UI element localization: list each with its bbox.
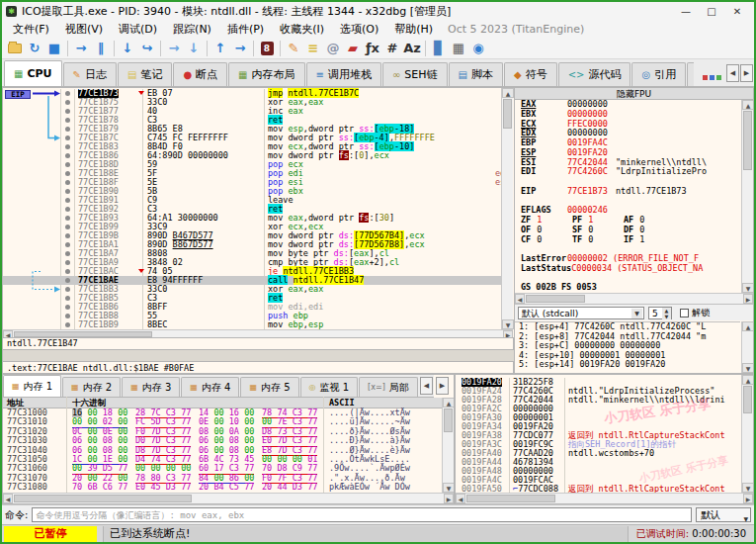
jump-arrows <box>3 89 66 329</box>
hide-fpu-button[interactable]: 隐藏FPU <box>515 88 753 100</box>
memory-dump-pane[interactable]: ▦内存 1▦内存 2▦内存 3▦内存 4▦内存 5◎监视 1[x=]局部 ◀ ▶… <box>2 374 455 504</box>
disasm-vscrollbar[interactable]: ▲ ▼ <box>501 88 513 329</box>
open-file-icon[interactable] <box>5 40 25 57</box>
seh-chain-icon[interactable]: 8 <box>257 40 277 57</box>
unlock-checkbox[interactable] <box>680 309 689 317</box>
token: cl <box>389 257 399 267</box>
memtab-内存2[interactable]: ▦内存 2 <box>62 377 121 397</box>
memtab-内存1[interactable]: ▦内存 1 <box>3 375 61 397</box>
register-row[interactable]: EDI77C4260C"LdrpInitializePro <box>515 167 740 177</box>
memtab-内存3[interactable]: ▦内存 3 <box>122 377 180 397</box>
tab-cpu[interactable]: ▦CPU <box>4 60 62 86</box>
menu-v[interactable]: 视图(V) <box>58 21 110 38</box>
bookmark-icon[interactable]: ▰ <box>343 40 363 57</box>
menu-p[interactable]: 插件(P) <box>220 21 271 38</box>
stack-pane[interactable]: 0019FA2031B225F80019FA2477C4260Cntdll."L… <box>455 374 754 504</box>
register-row[interactable]: GS 002B FS 0053 <box>515 283 740 293</box>
stack-vscrollbar[interactable]: ▲ ▼ <box>741 375 753 493</box>
memory-vscrollbar[interactable]: ▲ ▼ <box>442 398 454 493</box>
maximize-button[interactable]: □ <box>699 6 724 17</box>
menu-d[interactable]: 调试(D) <box>112 21 164 38</box>
disassembly-pane[interactable]: EIP 77CE1B73EB 07jmp ntdll.77CE1B7C77CE1… <box>2 87 514 338</box>
close-button[interactable]: ✕ <box>724 6 750 17</box>
memory-row[interactable]: 77C3108070 6B C6 77E0 45 D3 7720 B4 C5 7… <box>3 483 442 492</box>
arguments-vscrollbar[interactable]: ▲ ▼ <box>741 321 753 373</box>
register-row[interactable]: EIP77CE1B73ntdll.77CE1B73 <box>515 187 740 197</box>
disassembly-rows: EIP 77CE1B73EB 07jmp ntdll.77CE1B7C77CE1… <box>3 89 503 329</box>
tab-断点[interactable]: ●断点 <box>173 62 227 86</box>
menu-f[interactable]: 文件(F) <box>6 21 56 38</box>
argument-row[interactable]: 5: [esp+14] 0019FA20 0019FA20 <box>515 360 740 370</box>
hash-icon[interactable]: # <box>382 40 402 57</box>
memory-hscrollbar[interactable]: ◀ ▶ <box>3 493 454 503</box>
tab-日志[interactable]: ✎日志 <box>63 62 117 86</box>
toolbar-separator <box>207 41 208 56</box>
register-row[interactable]: LastStatusC0000034 (STATUS_OBJECT_NA <box>515 264 740 274</box>
memtab-监视1[interactable]: ◎监视 1 <box>300 377 359 397</box>
command-label: 命令: <box>5 508 28 522</box>
calling-convention-select[interactable]: 默认 (stdcall)▼ <box>518 307 644 319</box>
case-icon[interactable]: Az <box>402 40 422 57</box>
command-input[interactable] <box>32 507 692 522</box>
step-out-icon[interactable]: ↑ <box>210 40 230 57</box>
patch-icon[interactable]: ✎ <box>284 40 303 57</box>
tab-脚本[interactable]: ▤脚本 <box>449 62 503 86</box>
tab-seh链[interactable]: ∞SEH链 <box>382 62 448 86</box>
execute-till-return-icon[interactable]: ↓ <box>184 40 204 57</box>
tab-调用堆栈[interactable]: ≡调用堆栈 <box>306 62 381 86</box>
calculator-icon[interactable]: ▦ <box>449 40 468 57</box>
memtab-scroll-right-button[interactable]: ▶ <box>436 377 449 395</box>
register-value: 77CE1B73 <box>567 186 608 196</box>
arg-count-stepper[interactable]: 5▲▼ <box>648 307 672 319</box>
register-name: EIP <box>521 187 567 197</box>
stack-hscrollbar[interactable]: ◀ ▶ <box>456 493 753 503</box>
register-row[interactable]: EBP0019FA4C <box>515 138 740 148</box>
pause-icon[interactable]: ‖ <box>91 40 111 57</box>
register-row[interactable]: EBX00000000 <box>515 110 740 120</box>
step-into-icon[interactable]: ↓ <box>118 40 137 57</box>
graph-icon[interactable]: ▊ <box>429 40 449 57</box>
help-icon[interactable]: ◉ <box>468 40 488 57</box>
register-row[interactable]: CF0TF0IF1 <box>515 235 740 245</box>
register-row[interactable]: ECXFFEC0000 <box>515 120 740 130</box>
disasm-row[interactable]: 77CE1BB98BECmov ebp,esp <box>3 320 503 329</box>
memtab-局部[interactable]: [x=]局部 <box>359 377 418 397</box>
memtab-内存4[interactable]: ▦内存 4 <box>181 377 239 397</box>
toolbar-separator <box>67 41 68 56</box>
menu-n[interactable]: 跟踪(N) <box>166 21 218 38</box>
run-to-user-code-icon[interactable]: → <box>230 40 250 57</box>
memtab-内存5[interactable]: ▦内存 5 <box>240 377 298 397</box>
memory-icon: ▦ <box>190 383 198 392</box>
memtab-label: 内存 4 <box>202 381 231 395</box>
tab-符号[interactable]: ◆符号 <box>504 62 557 86</box>
disasm-hscrollbar[interactable]: ◀ ▶ <box>3 329 513 338</box>
run-to-cursor-icon[interactable]: → <box>164 40 184 57</box>
tab-源代码[interactable]: <>源代码 <box>558 62 631 86</box>
fx-icon[interactable]: ƒx <box>363 40 382 57</box>
comment-icon[interactable]: ≡ <box>303 40 323 57</box>
tab-scroll-left-button[interactable]: ◀ <box>726 64 739 82</box>
command-preset-select[interactable]: 默认▼ <box>696 507 751 522</box>
tab-内存布局[interactable]: ▦内存布局 <box>228 62 304 86</box>
tab-线程[interactable]: →线程 <box>687 62 694 86</box>
menu-i[interactable]: 收藏夹(I) <box>273 21 331 38</box>
tab-笔记[interactable]: ▤笔记 <box>118 62 172 86</box>
disasm-bytes: 64:890D 00000000 <box>147 151 228 160</box>
attach-icon[interactable]: @ <box>323 40 343 57</box>
run-icon[interactable]: → <box>71 40 91 57</box>
register-row[interactable]: EDX00000000 <box>515 129 740 138</box>
register-row[interactable]: EAX00000000 <box>515 100 740 110</box>
register-pane[interactable]: 隐藏FPU EAX00000000EBX00000000ECXFFEC0000E… <box>514 87 754 374</box>
restart-icon[interactable]: ↻ <box>25 40 44 57</box>
memtab-scroll-left-button[interactable]: ◀ <box>420 377 433 395</box>
menu-o[interactable]: 选项(O) <box>333 21 385 38</box>
menu-h[interactable]: 帮助(H) <box>387 21 440 38</box>
register-hscrollbar[interactable]: ◀ ▶ <box>515 293 753 304</box>
tab-引用[interactable]: ◎引用 <box>631 62 686 86</box>
watch-icon: ◎ <box>309 383 316 392</box>
stop-icon[interactable]: ■ <box>44 40 64 57</box>
register-vscrollbar[interactable]: ▲ ▼ <box>741 100 753 293</box>
tab-scroll-right-button[interactable]: ▶ <box>740 64 753 82</box>
step-over-icon[interactable]: ↪ <box>137 40 157 57</box>
minimize-button[interactable]: — <box>673 6 699 17</box>
